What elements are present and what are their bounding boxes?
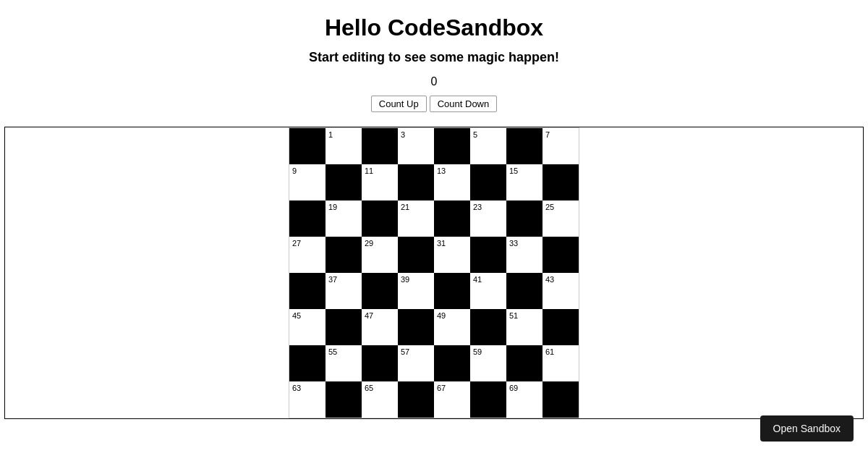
cell-r5-c0: 45 [289,309,326,345]
cell-r0-c3: 3 [398,128,434,164]
cell-r1-c0: 9 [289,164,326,200]
cell-r7-c1 [326,381,362,418]
cell-r3-c3 [398,237,434,273]
cell-r5-c1 [326,309,362,345]
open-sandbox-button[interactable]: Open Sandbox [760,415,854,442]
cell-r1-c5 [470,164,506,200]
cell-r3-c7 [542,237,579,273]
cell-r6-c1: 55 [326,345,362,381]
cell-r3-c5 [470,237,506,273]
cell-r7-c4: 67 [434,381,470,418]
cell-r4-c0 [289,273,326,309]
cell-r0-c1: 1 [326,128,362,164]
cell-r7-c7 [542,381,579,418]
cell-r4-c4 [434,273,470,309]
cell-r3-c0: 27 [289,237,326,273]
page-title: Hello CodeSandbox [0,14,868,41]
cell-r0-c0 [289,128,326,164]
cell-r0-c4 [434,128,470,164]
cell-r5-c7 [542,309,579,345]
cell-r4-c7: 43 [542,273,579,309]
subtitle: Start editing to see some magic happen! [0,50,868,65]
checkerboard-container: 1357911131519212325272931333739414345474… [4,127,864,419]
cell-r0-c6 [506,128,542,164]
cell-r3-c1 [326,237,362,273]
cell-r5-c3 [398,309,434,345]
cell-r2-c1: 19 [326,200,362,237]
header-section: Hello CodeSandbox Start editing to see s… [0,0,868,112]
cell-r7-c0: 63 [289,381,326,418]
checkerboard: 1357911131519212325272931333739414345474… [289,127,579,418]
cell-r2-c2 [362,200,398,237]
cell-r4-c2 [362,273,398,309]
cell-r2-c3: 21 [398,200,434,237]
cell-r1-c3 [398,164,434,200]
counter-display: 0 [0,75,868,88]
cell-r0-c2 [362,128,398,164]
cell-r3-c6: 33 [506,237,542,273]
cell-r6-c6 [506,345,542,381]
cell-r3-c2: 29 [362,237,398,273]
count-down-button[interactable]: Count Down [430,96,498,112]
cell-r2-c5: 23 [470,200,506,237]
button-row: Count Up Count Down [0,96,868,112]
cell-r6-c5: 59 [470,345,506,381]
count-up-button[interactable]: Count Up [371,96,427,112]
cell-r7-c6: 69 [506,381,542,418]
cell-r6-c7: 61 [542,345,579,381]
cell-r4-c1: 37 [326,273,362,309]
cell-r5-c4: 49 [434,309,470,345]
cell-r2-c0 [289,200,326,237]
cell-r2-c7: 25 [542,200,579,237]
cell-r5-c2: 47 [362,309,398,345]
cell-r2-c4 [434,200,470,237]
cell-r4-c5: 41 [470,273,506,309]
cell-r4-c3: 39 [398,273,434,309]
cell-r5-c6: 51 [506,309,542,345]
cell-r3-c4: 31 [434,237,470,273]
cell-r2-c6 [506,200,542,237]
cell-r4-c6 [506,273,542,309]
cell-r6-c3: 57 [398,345,434,381]
cell-r1-c1 [326,164,362,200]
cell-r7-c3 [398,381,434,418]
cell-r1-c2: 11 [362,164,398,200]
cell-r1-c4: 13 [434,164,470,200]
cell-r6-c4 [434,345,470,381]
cell-r1-c6: 15 [506,164,542,200]
cell-r0-c5: 5 [470,128,506,164]
cell-r0-c7: 7 [542,128,579,164]
cell-r6-c0 [289,345,326,381]
cell-r7-c2: 65 [362,381,398,418]
cell-r7-c5 [470,381,506,418]
cell-r1-c7 [542,164,579,200]
cell-r5-c5 [470,309,506,345]
cell-r6-c2 [362,345,398,381]
